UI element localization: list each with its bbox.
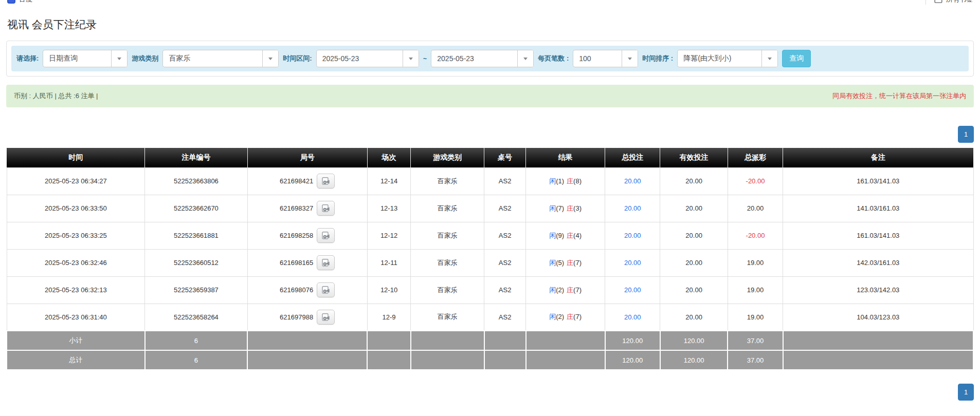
result-banker: 庄 (567, 204, 573, 212)
result-player-score: (1) (556, 177, 564, 185)
video-replay-icon (322, 204, 330, 212)
page-1-button[interactable]: 1 (958, 384, 974, 401)
caret-down-icon (517, 50, 533, 67)
video-replay-button[interactable] (317, 282, 335, 297)
game-type-label: 游戏类别 (132, 54, 158, 63)
cell-valid-bet: 20.00 (660, 249, 728, 276)
cell-remark: 141.03/161.03 (783, 195, 973, 222)
pagination-bottom: 1 (6, 384, 974, 401)
cell-round: 621698076 (247, 276, 367, 304)
pagination-top: 1 (6, 126, 974, 143)
cell-total-bet[interactable]: 20.00 (605, 167, 660, 195)
bookmark-favicon-icon (7, 0, 15, 4)
video-replay-button[interactable] (317, 228, 335, 243)
cell-game-type: 百家乐 (411, 222, 484, 249)
video-replay-button[interactable] (317, 255, 335, 270)
result-banker-score: (8) (573, 177, 582, 185)
table-row: 2025-05-23 06:32:13 522523659387 6216980… (7, 276, 973, 304)
cell-total-bet[interactable]: 20.00 (605, 276, 660, 304)
result-banker-score: (7) (573, 286, 582, 294)
column-header-game-type: 游戏类别 (411, 148, 484, 167)
column-header-result: 结果 (526, 148, 605, 167)
cell-game-type: 百家乐 (411, 276, 484, 304)
sort-order-value: 降冪(由大到小) (678, 50, 761, 67)
filter-panel: 请选择: 日期查询 游戏类别 百家乐 时间区间: 2025-05-23 ~ (6, 41, 974, 77)
cell-result: 闲(7)庄(3) (526, 195, 605, 222)
cell-payout: 19.00 (728, 276, 783, 304)
subtotal-payout: 37.00 (728, 331, 783, 350)
caret-down-icon (622, 50, 638, 67)
video-replay-icon (322, 232, 330, 239)
game-type-value: 百家乐 (163, 50, 262, 67)
caret-down-icon (262, 50, 278, 67)
date-separator: ~ (423, 55, 427, 63)
video-replay-icon (322, 259, 330, 267)
cell-table-no: AS2 (484, 276, 526, 304)
cell-total-bet[interactable]: 20.00 (605, 195, 660, 222)
page-title: 视讯 会员下注纪录 (7, 17, 973, 32)
cell-total-bet[interactable]: 20.00 (605, 304, 660, 331)
video-replay-button[interactable] (317, 310, 335, 325)
table-row: 2025-05-23 06:31:40 522523658264 6216979… (7, 304, 973, 331)
cell-total-bet[interactable]: 20.00 (605, 222, 660, 249)
page: 百度 所有书签 视讯 会员下注纪录 请选择: 日期查询 游戏类别 (0, 0, 980, 416)
date-from-select[interactable]: 2025-05-23 (316, 50, 419, 67)
cell-round: 621698327 (247, 195, 367, 222)
page-size-select[interactable]: 100 (573, 50, 638, 67)
cell-session: 12-13 (367, 195, 411, 222)
cell-round: 621698421 (247, 167, 367, 195)
query-mode-label: 请选择: (16, 54, 39, 63)
cell-remark: 161.03/141.03 (783, 167, 973, 195)
cell-payout: -20.00 (728, 167, 783, 195)
cell-total-bet[interactable]: 20.00 (605, 249, 660, 276)
subtotal-total-bet: 120.00 (605, 331, 660, 350)
query-mode-value: 日期查询 (43, 50, 111, 67)
cell-round: 621698258 (247, 222, 367, 249)
video-replay-icon (322, 177, 330, 185)
all-bookmarks-button[interactable]: 所有书签 (925, 0, 973, 5)
caret-down-icon (761, 50, 777, 67)
browser-bookmarks-bar: 百度 所有书签 (0, 0, 980, 5)
result-player-score: (2) (556, 286, 564, 294)
video-replay-button[interactable] (317, 174, 335, 188)
cell-table-no: AS2 (484, 304, 526, 331)
search-button[interactable]: 查询 (782, 50, 811, 67)
video-replay-button[interactable] (317, 201, 335, 216)
total-valid-bet: 120.00 (660, 350, 728, 370)
result-banker-score: (7) (573, 313, 582, 320)
table-header-row: 时间 注单编号 局号 场次 游戏类别 桌号 结果 总投注 有效投注 总派彩 备注 (7, 148, 973, 167)
page-size-label: 每页笔数 : (538, 54, 569, 63)
table-row: 2025-05-23 06:33:50 522523662670 6216983… (7, 195, 973, 222)
date-to-select[interactable]: 2025-05-23 (431, 50, 534, 67)
result-banker: 庄 (567, 259, 573, 267)
cell-round: 621698165 (247, 249, 367, 276)
records-table: 时间 注单编号 局号 场次 游戏类别 桌号 结果 总投注 有效投注 总派彩 备注… (6, 148, 974, 370)
result-player-score: (2) (556, 313, 564, 320)
cell-result: 闲(2)庄(7) (526, 276, 605, 304)
query-mode-select[interactable]: 日期查询 (43, 50, 128, 67)
bookmark-label: 百度 (19, 0, 32, 4)
caret-down-icon (403, 50, 419, 67)
result-banker: 庄 (567, 177, 573, 185)
cell-time: 2025-05-23 06:32:13 (7, 276, 145, 304)
cell-result: 闲(5)庄(7) (526, 249, 605, 276)
table-row: 2025-05-23 06:32:46 522523660512 6216981… (7, 249, 973, 276)
column-header-remark: 备注 (783, 148, 973, 167)
cell-table-no: AS2 (484, 167, 526, 195)
total-total-bet: 120.00 (605, 350, 660, 370)
round-id: 621698165 (280, 259, 313, 267)
page-1-button[interactable]: 1 (958, 126, 974, 143)
page-size-value: 100 (573, 50, 622, 67)
bookmark-item-left[interactable]: 百度 (7, 0, 32, 5)
cell-result: 闲(2)庄(7) (526, 304, 605, 331)
cell-game-type: 百家乐 (411, 249, 484, 276)
cell-result: 闲(9)庄(4) (526, 222, 605, 249)
column-header-payout: 总派彩 (728, 148, 783, 167)
sort-order-select[interactable]: 降冪(由大到小) (677, 50, 778, 67)
result-banker: 庄 (567, 286, 573, 294)
total-count: 6 (145, 350, 247, 370)
summary-notice: 同局有效投注，统一计算在该局第一张注单内 (832, 91, 966, 101)
game-type-select[interactable]: 百家乐 (162, 50, 279, 67)
cell-remark: 123.03/142.03 (783, 276, 973, 304)
total-label: 总计 (7, 350, 145, 370)
